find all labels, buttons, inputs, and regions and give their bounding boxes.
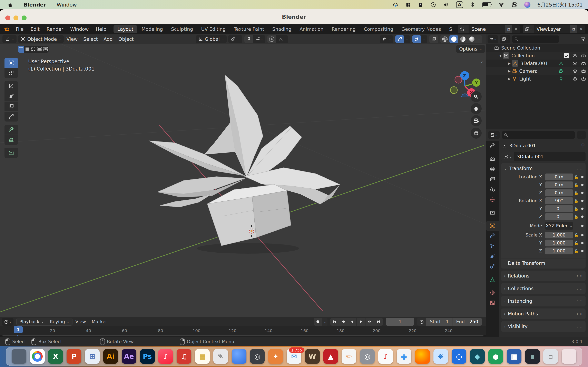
dock-icon-notes-app[interactable]: ▤ xyxy=(195,349,210,364)
timeline-scrollbar[interactable] xyxy=(0,335,486,337)
prev-keyframe-button[interactable] xyxy=(339,318,348,325)
select-mode-set[interactable] xyxy=(18,46,24,53)
timeline-editor-type-button[interactable]: ⌄ xyxy=(2,318,13,325)
dock-icon-blue-circle-app[interactable]: ○ xyxy=(452,349,466,364)
start-frame-field[interactable]: Start1 xyxy=(426,318,452,325)
use-preview-range-toggle[interactable] xyxy=(417,319,426,324)
lock-icon[interactable]: 🔓 xyxy=(573,215,579,219)
animate-property-dot[interactable] xyxy=(581,242,584,244)
viewport-menu-view[interactable]: View xyxy=(64,36,81,42)
section-header[interactable]: ›Visibility:::: xyxy=(501,322,586,331)
workspace-tab-shading[interactable]: Shading xyxy=(268,25,295,33)
outliner-item-label[interactable]: 3Ddata.001 xyxy=(520,61,548,66)
topbar-menu-render[interactable]: Render xyxy=(43,26,67,32)
value-field[interactable]: 1.000 xyxy=(545,240,573,247)
animate-property-dot[interactable] xyxy=(581,176,584,178)
properties-tab-view-layer[interactable] xyxy=(486,174,499,184)
ortho-perspective-button[interactable] xyxy=(471,128,482,139)
topbar-menu-file[interactable]: File xyxy=(12,26,27,32)
viewport-canvas[interactable] xyxy=(0,44,486,317)
viewport-3d[interactable]: User Perspective (1) Collection | 3Ddata… xyxy=(0,44,486,317)
properties-tab-scene[interactable] xyxy=(486,184,499,194)
viewlayer-remove-button[interactable]: ✕ xyxy=(577,26,585,32)
snap-toggle-button[interactable] xyxy=(244,35,253,43)
timeline-menu-view[interactable]: View xyxy=(72,319,89,324)
disable-in-renders-toggle[interactable] xyxy=(581,76,586,81)
viewport-menu-select[interactable]: Select xyxy=(80,36,101,42)
properties-tab-data[interactable] xyxy=(486,275,499,285)
workspace-tab-s[interactable]: S xyxy=(445,25,456,33)
proportional-falloff-button[interactable]: ⌄ xyxy=(276,35,288,43)
properties-options-button[interactable]: ⌄ xyxy=(577,131,586,139)
outliner-item-label[interactable]: Light xyxy=(519,76,531,82)
properties-editor-type-button[interactable]: ⌄ xyxy=(488,131,500,139)
workspace-tab-layout[interactable]: Layout xyxy=(113,25,137,33)
viewlayer-icon[interactable]: ⌄ xyxy=(523,25,534,33)
keying-options-button[interactable]: ⌄ xyxy=(322,318,328,325)
transform-tool[interactable] xyxy=(4,112,18,122)
lock-icon[interactable]: 🔓 xyxy=(573,175,579,179)
dock-icon-light-app[interactable]: ▫ xyxy=(543,349,558,364)
workspace-tab-rendering[interactable]: Rendering xyxy=(328,25,359,33)
properties-tab-world[interactable] xyxy=(486,194,499,205)
outliner-item-label[interactable]: Scene Collection xyxy=(501,45,540,50)
hide-in-viewport-toggle[interactable] xyxy=(572,69,577,74)
pin-icon[interactable]: ⚲ xyxy=(581,143,585,149)
rotate-tool[interactable] xyxy=(4,91,18,101)
lock-icon[interactable]: 🔓 xyxy=(573,191,579,195)
disable-in-renders-toggle[interactable] xyxy=(581,69,586,74)
contact-card-icon[interactable] xyxy=(418,2,424,8)
value-field[interactable]: 90° xyxy=(545,197,573,204)
snap-target-button[interactable]: ⌄ xyxy=(253,35,265,43)
xray-toggle[interactable] xyxy=(429,35,438,43)
properties-tab-particles[interactable] xyxy=(486,241,499,251)
outliner-row-light[interactable]: ▶Light xyxy=(486,75,588,83)
properties-tab-output[interactable] xyxy=(486,164,499,174)
dock-icon-orange-app[interactable]: ✦ xyxy=(268,349,283,364)
dock-icon-red-music-app[interactable]: ♫ xyxy=(177,349,191,364)
expander-icon[interactable]: ▶ xyxy=(507,77,512,81)
outliner-display-mode-button[interactable]: ⌄ xyxy=(500,35,510,43)
timeline-menu-playback[interactable]: Playback⌄ xyxy=(16,318,47,325)
select-mode-invert[interactable] xyxy=(36,46,43,53)
viewport-menu-object[interactable]: Object xyxy=(116,36,137,42)
animate-property-dot[interactable] xyxy=(581,192,584,194)
dock-icon-excel[interactable]: X xyxy=(48,349,63,364)
navigation-gizmo[interactable]: Z Y X xyxy=(445,56,486,97)
shading-wireframe-button[interactable] xyxy=(440,35,449,43)
end-frame-field[interactable]: End250 xyxy=(452,318,482,325)
shading-rendered-button[interactable] xyxy=(467,35,476,43)
overlay-options-button[interactable]: ⌄ xyxy=(421,37,427,41)
animate-property-dot[interactable] xyxy=(581,184,584,186)
animate-property-dot[interactable] xyxy=(581,250,584,252)
breadcrumb-object-name[interactable]: 3Ddata.001 xyxy=(509,143,536,148)
section-header[interactable]: ›Motion Paths:::: xyxy=(501,309,586,318)
hide-in-viewport-toggle[interactable] xyxy=(572,53,577,58)
dock-icon-safari[interactable]: ◉ xyxy=(397,349,411,364)
object-name-field[interactable]: ⌄ 3Ddata.001 xyxy=(501,152,586,161)
dock-icon-blue-app[interactable]: ▣ xyxy=(507,349,521,364)
animate-property-dot[interactable] xyxy=(581,216,584,218)
current-frame-field[interactable]: 1 xyxy=(386,318,414,325)
dock-icon-trash[interactable] xyxy=(562,349,576,364)
blender-logo-icon[interactable] xyxy=(3,26,10,33)
value-field[interactable]: 0° xyxy=(545,205,573,212)
workspace-tab-uv-editing[interactable]: UV Editing xyxy=(197,25,229,33)
select-box-tool[interactable] xyxy=(4,58,18,68)
properties-tab-physics[interactable] xyxy=(486,251,499,261)
add-cube-tool[interactable] xyxy=(4,148,18,158)
viewlayer-copy-button[interactable]: ⧉ xyxy=(570,25,577,33)
app-menu-blender[interactable]: Blender xyxy=(24,2,46,8)
input-source-indicator[interactable]: A xyxy=(456,1,463,8)
select-mode-subtract[interactable] xyxy=(30,46,36,53)
outliner-row-3ddata-001[interactable]: ▶3Ddata.001 xyxy=(486,59,588,67)
close-window-button[interactable] xyxy=(5,16,10,20)
window-tiles-icon[interactable] xyxy=(406,2,411,8)
outliner-row-scene collection[interactable]: Scene Collection xyxy=(486,44,588,52)
outliner-editor-type-button[interactable]: ⌄ xyxy=(488,35,498,43)
wifi-icon[interactable] xyxy=(498,2,504,8)
menubar-clock[interactable]: 6月25日(火) 15:01 xyxy=(537,1,583,8)
jump-to-end-button[interactable] xyxy=(374,318,383,325)
dock-icon-illustrator[interactable]: Ai xyxy=(103,349,118,364)
animate-property-dot[interactable] xyxy=(581,200,584,202)
